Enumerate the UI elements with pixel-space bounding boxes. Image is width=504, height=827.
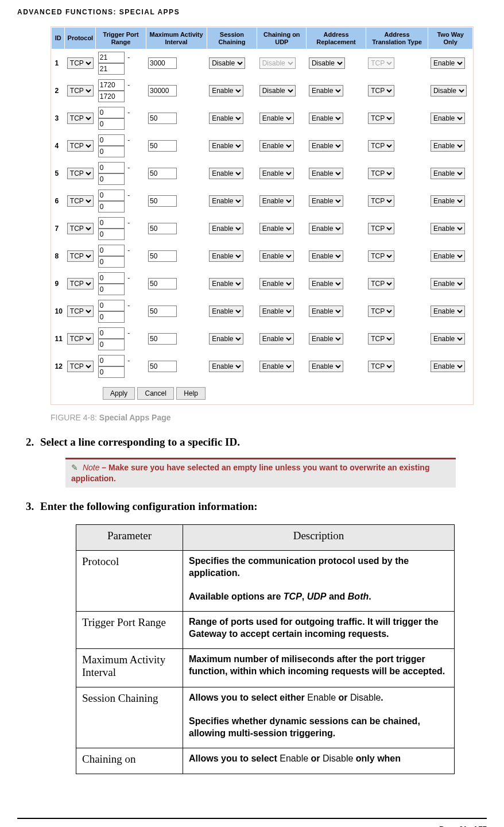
address-translation-select[interactable]: TCP bbox=[368, 278, 394, 289]
protocol-select[interactable]: TCP bbox=[67, 195, 94, 207]
port-from-input[interactable] bbox=[98, 300, 125, 311]
port-from-input[interactable] bbox=[98, 272, 125, 284]
address-replacement-select[interactable]: Enable bbox=[309, 223, 343, 234]
port-to-input[interactable] bbox=[98, 366, 125, 378]
address-replacement-select[interactable]: Enable bbox=[309, 140, 343, 152]
address-replacement-select[interactable]: Enable bbox=[309, 306, 343, 317]
two-way-select[interactable]: Enable bbox=[431, 195, 465, 207]
two-way-select[interactable]: Enable bbox=[431, 361, 465, 372]
two-way-select[interactable]: Enable bbox=[431, 168, 465, 179]
help-button[interactable]: Help bbox=[176, 387, 206, 400]
chaining-udp-select[interactable]: Enable bbox=[259, 195, 294, 207]
apply-button[interactable]: Apply bbox=[103, 387, 135, 400]
session-chaining-select[interactable]: Enable bbox=[209, 333, 243, 345]
address-replacement-select[interactable]: Disable bbox=[309, 57, 345, 69]
port-to-input[interactable] bbox=[98, 284, 125, 295]
protocol-select[interactable]: TCP bbox=[67, 140, 94, 152]
max-activity-input[interactable] bbox=[148, 140, 177, 152]
max-activity-input[interactable] bbox=[148, 278, 177, 289]
session-chaining-select[interactable]: Enable bbox=[209, 140, 243, 152]
protocol-select[interactable]: TCP bbox=[67, 223, 94, 234]
two-way-select[interactable]: Enable bbox=[431, 333, 465, 345]
chaining-udp-select[interactable]: Enable bbox=[259, 168, 294, 179]
address-translation-select[interactable]: TCP bbox=[368, 195, 394, 207]
port-from-input[interactable] bbox=[98, 134, 125, 146]
address-replacement-select[interactable]: Enable bbox=[309, 168, 343, 179]
protocol-select[interactable]: TCP bbox=[67, 278, 94, 289]
protocol-select[interactable]: TCP bbox=[67, 113, 94, 124]
two-way-select[interactable]: Enable bbox=[431, 306, 465, 317]
two-way-select[interactable]: Enable bbox=[431, 223, 465, 234]
max-activity-input[interactable] bbox=[148, 195, 177, 207]
max-activity-input[interactable] bbox=[148, 250, 177, 262]
port-to-input[interactable] bbox=[98, 229, 125, 240]
port-from-input[interactable] bbox=[98, 190, 125, 201]
port-to-input[interactable] bbox=[98, 311, 125, 323]
port-from-input[interactable] bbox=[98, 245, 125, 256]
session-chaining-select[interactable]: Enable bbox=[209, 223, 243, 234]
port-from-input[interactable] bbox=[98, 217, 125, 229]
session-chaining-select[interactable]: Disable bbox=[209, 57, 245, 69]
session-chaining-select[interactable]: Enable bbox=[209, 278, 243, 289]
port-to-input[interactable] bbox=[98, 146, 125, 157]
address-translation-select[interactable]: TCP bbox=[368, 361, 394, 372]
port-to-input[interactable] bbox=[98, 201, 125, 212]
max-activity-input[interactable] bbox=[148, 361, 177, 372]
chaining-udp-select[interactable]: Enable bbox=[259, 361, 294, 372]
chaining-udp-select[interactable]: Enable bbox=[259, 278, 294, 289]
address-translation-select[interactable]: TCP bbox=[368, 113, 394, 124]
port-from-input[interactable] bbox=[98, 162, 125, 173]
chaining-udp-select[interactable]: Enable bbox=[259, 250, 294, 262]
max-activity-input[interactable] bbox=[148, 306, 177, 317]
session-chaining-select[interactable]: Enable bbox=[209, 250, 243, 262]
port-to-input[interactable] bbox=[98, 256, 125, 268]
session-chaining-select[interactable]: Enable bbox=[209, 168, 243, 179]
session-chaining-select[interactable]: Enable bbox=[209, 306, 243, 317]
max-activity-input[interactable] bbox=[148, 223, 177, 234]
chaining-udp-select[interactable]: Enable bbox=[259, 223, 294, 234]
session-chaining-select[interactable]: Enable bbox=[209, 361, 243, 372]
max-activity-input[interactable] bbox=[148, 85, 177, 96]
max-activity-input[interactable] bbox=[148, 168, 177, 179]
protocol-select[interactable]: TCP bbox=[67, 361, 94, 372]
port-to-input[interactable] bbox=[98, 173, 125, 185]
port-from-input[interactable] bbox=[98, 107, 125, 118]
chaining-udp-select[interactable]: Disable bbox=[259, 85, 296, 96]
address-translation-select[interactable]: TCP bbox=[368, 333, 394, 345]
protocol-select[interactable]: TCP bbox=[67, 250, 94, 262]
session-chaining-select[interactable]: Enable bbox=[209, 85, 243, 96]
address-translation-select[interactable]: TCP bbox=[368, 85, 394, 96]
port-from-input[interactable] bbox=[98, 355, 125, 366]
port-to-input[interactable] bbox=[98, 63, 125, 75]
chaining-udp-select[interactable]: Enable bbox=[259, 333, 294, 345]
address-replacement-select[interactable]: Enable bbox=[309, 278, 343, 289]
protocol-select[interactable]: TCP bbox=[67, 306, 94, 317]
chaining-udp-select[interactable]: Enable bbox=[259, 113, 294, 124]
two-way-select[interactable]: Enable bbox=[431, 278, 465, 289]
cancel-button[interactable]: Cancel bbox=[137, 387, 173, 400]
address-replacement-select[interactable]: Enable bbox=[309, 250, 343, 262]
protocol-select[interactable]: TCP bbox=[67, 57, 94, 69]
two-way-select[interactable]: Enable bbox=[431, 113, 465, 124]
max-activity-input[interactable] bbox=[148, 333, 177, 345]
address-replacement-select[interactable]: Enable bbox=[309, 85, 343, 96]
session-chaining-select[interactable]: Enable bbox=[209, 195, 243, 207]
address-replacement-select[interactable]: Enable bbox=[309, 361, 343, 372]
two-way-select[interactable]: Enable bbox=[431, 140, 465, 152]
port-from-input[interactable] bbox=[98, 52, 125, 63]
protocol-select[interactable]: TCP bbox=[67, 85, 94, 96]
port-from-input[interactable] bbox=[98, 79, 125, 91]
port-to-input[interactable] bbox=[98, 339, 125, 350]
max-activity-input[interactable] bbox=[148, 113, 177, 124]
address-translation-select[interactable]: TCP bbox=[368, 250, 394, 262]
address-translation-select[interactable]: TCP bbox=[368, 223, 394, 234]
port-to-input[interactable] bbox=[98, 118, 125, 130]
chaining-udp-select[interactable]: Enable bbox=[259, 140, 294, 152]
address-translation-select[interactable]: TCP bbox=[368, 140, 394, 152]
chaining-udp-select[interactable]: Enable bbox=[259, 306, 294, 317]
address-replacement-select[interactable]: Enable bbox=[309, 333, 343, 345]
protocol-select[interactable]: TCP bbox=[67, 333, 94, 345]
session-chaining-select[interactable]: Enable bbox=[209, 113, 243, 124]
two-way-select[interactable]: Enable bbox=[431, 57, 465, 69]
address-translation-select[interactable]: TCP bbox=[368, 168, 394, 179]
